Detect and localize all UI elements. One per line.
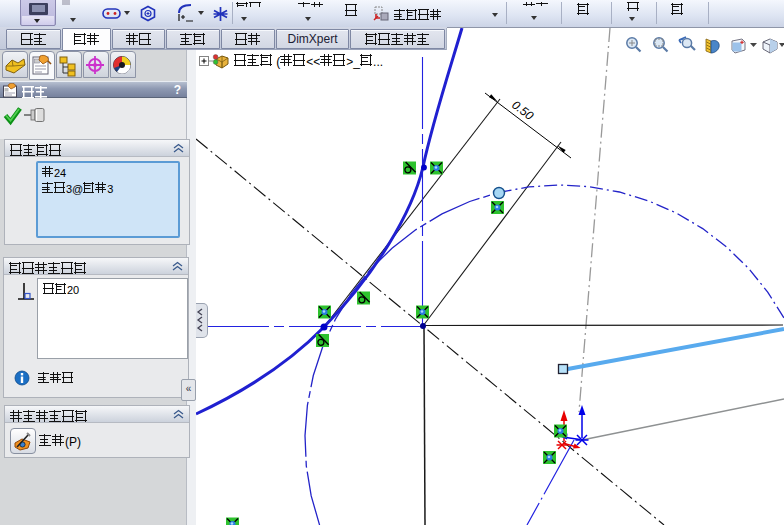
svg-text:0.50: 0.50 [509, 98, 536, 123]
